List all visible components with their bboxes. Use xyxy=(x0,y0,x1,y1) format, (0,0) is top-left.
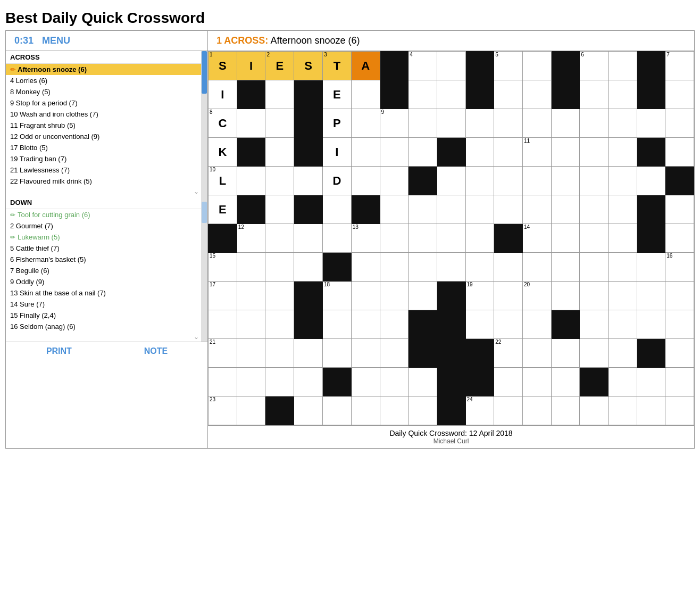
grid-cell[interactable]: K xyxy=(209,138,237,167)
grid-cell[interactable]: 2 E xyxy=(265,52,294,80)
grid-cell[interactable] xyxy=(265,138,294,167)
grid-cell[interactable] xyxy=(665,339,694,368)
grid-cell[interactable] xyxy=(522,368,551,396)
grid-cell[interactable] xyxy=(494,310,523,339)
grid-cell[interactable]: 1 S xyxy=(209,52,237,80)
grid-cell[interactable] xyxy=(637,109,665,138)
grid-cell[interactable]: 10 L xyxy=(209,167,237,195)
grid-cell[interactable]: 18 xyxy=(323,282,352,310)
grid-cell[interactable] xyxy=(351,80,380,109)
grid-cell[interactable] xyxy=(380,224,409,253)
grid-cell[interactable] xyxy=(494,167,523,195)
grid-cell[interactable] xyxy=(409,138,437,167)
grid-cell[interactable] xyxy=(265,80,294,109)
grid-cell[interactable] xyxy=(294,368,323,396)
grid-cell[interactable] xyxy=(209,310,237,339)
grid-cell[interactable] xyxy=(608,310,637,339)
grid-cell[interactable]: I xyxy=(209,80,237,109)
grid-cell[interactable] xyxy=(380,138,409,167)
grid-cell[interactable] xyxy=(294,167,323,195)
grid-cell[interactable] xyxy=(665,310,694,339)
grid-cell[interactable] xyxy=(409,396,437,425)
scroll-down-arrow-down[interactable]: ⌄ xyxy=(6,332,201,342)
grid-cell[interactable] xyxy=(209,368,237,396)
grid-cell[interactable] xyxy=(265,224,294,253)
grid-cell[interactable] xyxy=(665,224,694,253)
grid-cell[interactable] xyxy=(265,195,294,224)
grid-cell[interactable] xyxy=(665,109,694,138)
grid-cell[interactable] xyxy=(323,224,352,253)
grid-cell[interactable] xyxy=(465,109,494,138)
grid-cell[interactable] xyxy=(522,310,551,339)
grid-cell[interactable] xyxy=(580,138,609,167)
grid-cell[interactable] xyxy=(380,167,409,195)
list-item[interactable]: 17 Blotto (5) xyxy=(6,142,201,153)
list-item[interactable]: 2 Gourmet (7) xyxy=(6,220,201,232)
grid-cell[interactable] xyxy=(409,109,437,138)
grid-cell[interactable] xyxy=(665,80,694,109)
grid-cell[interactable]: 19 xyxy=(465,282,494,310)
grid-cell[interactable] xyxy=(522,109,551,138)
grid-cell[interactable] xyxy=(265,339,294,368)
grid-cell[interactable] xyxy=(323,339,352,368)
grid-cell[interactable] xyxy=(580,310,609,339)
grid-cell[interactable] xyxy=(608,109,637,138)
grid-cell[interactable] xyxy=(380,253,409,282)
grid-cell[interactable] xyxy=(237,310,265,339)
grid-cell[interactable] xyxy=(409,224,437,253)
grid-cell[interactable] xyxy=(351,368,380,396)
grid-cell[interactable]: 8 C xyxy=(209,109,237,138)
grid-cell[interactable] xyxy=(465,224,494,253)
grid-cell[interactable] xyxy=(522,167,551,195)
grid-cell[interactable] xyxy=(351,396,380,425)
grid-cell[interactable] xyxy=(323,195,352,224)
grid-cell[interactable] xyxy=(608,396,637,425)
grid-cell[interactable] xyxy=(608,80,637,109)
grid-cell[interactable]: 24 xyxy=(465,396,494,425)
grid-cell[interactable] xyxy=(494,138,523,167)
list-item[interactable]: 16 Seldom (anag) (6) xyxy=(6,321,201,332)
list-item[interactable]: 4 Lorries (6) xyxy=(6,75,201,86)
grid-cell[interactable] xyxy=(580,224,609,253)
grid-cell[interactable] xyxy=(580,109,609,138)
grid-cell[interactable] xyxy=(265,282,294,310)
grid-cell[interactable] xyxy=(580,282,609,310)
grid-cell[interactable] xyxy=(237,253,265,282)
grid-cell[interactable]: 7 xyxy=(665,52,694,80)
grid-cell[interactable] xyxy=(380,282,409,310)
grid-cell[interactable] xyxy=(409,80,437,109)
grid-cell[interactable]: I xyxy=(323,138,352,167)
grid-cell[interactable]: 5 xyxy=(494,52,523,80)
grid-cell[interactable]: 21 xyxy=(209,339,237,368)
grid-cell[interactable] xyxy=(608,253,637,282)
grid-cell[interactable]: E xyxy=(323,80,352,109)
menu-button[interactable]: MENU xyxy=(42,35,70,46)
grid-cell[interactable]: D xyxy=(323,167,352,195)
grid-cell[interactable] xyxy=(351,282,380,310)
grid-cell[interactable] xyxy=(637,253,665,282)
grid-cell[interactable] xyxy=(437,80,465,109)
grid-cell[interactable] xyxy=(522,253,551,282)
grid-cell[interactable] xyxy=(380,339,409,368)
grid-cell[interactable] xyxy=(323,310,352,339)
grid-cell[interactable] xyxy=(265,310,294,339)
grid-cell[interactable] xyxy=(237,282,265,310)
grid-cell[interactable]: 23 xyxy=(209,396,237,425)
grid-cell[interactable] xyxy=(265,167,294,195)
list-item[interactable]: ✏ Tool for cutting grain (6) xyxy=(6,209,201,220)
grid-cell[interactable] xyxy=(237,109,265,138)
grid-cell[interactable] xyxy=(551,282,580,310)
grid-cell[interactable] xyxy=(580,195,609,224)
grid-cell[interactable] xyxy=(522,80,551,109)
grid-cell[interactable] xyxy=(580,396,609,425)
grid-cell[interactable] xyxy=(637,282,665,310)
grid-cell[interactable] xyxy=(494,195,523,224)
grid-cell[interactable]: 14 xyxy=(522,224,551,253)
list-item[interactable]: 7 Beguile (6) xyxy=(6,265,201,276)
grid-cell[interactable] xyxy=(608,52,637,80)
grid-cell[interactable] xyxy=(437,195,465,224)
grid-cell[interactable] xyxy=(551,109,580,138)
grid-cell[interactable] xyxy=(637,368,665,396)
grid-cell[interactable] xyxy=(465,310,494,339)
grid-cell[interactable] xyxy=(608,167,637,195)
